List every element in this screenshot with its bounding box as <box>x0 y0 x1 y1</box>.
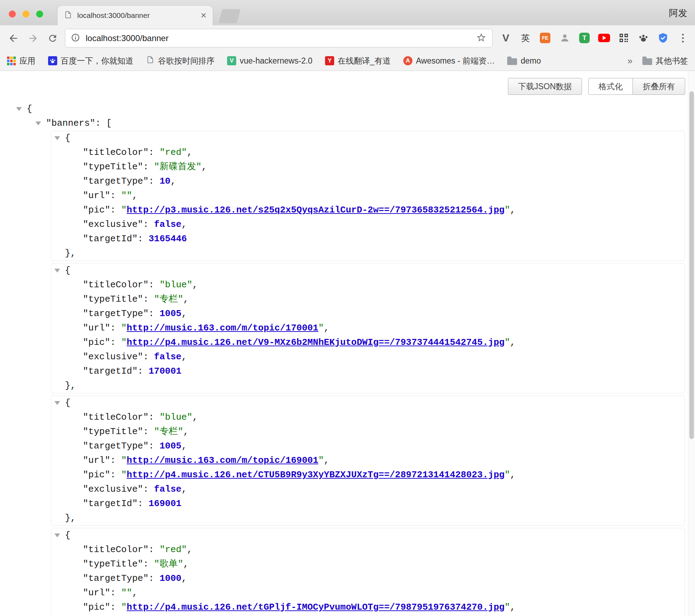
zoom-window-button[interactable] <box>36 11 43 18</box>
json-punctuation: , <box>171 176 176 186</box>
collapse-triangle-icon[interactable] <box>54 401 60 405</box>
collapse-triangle-icon[interactable] <box>54 533 60 537</box>
qrcode-extension-icon[interactable] <box>618 32 630 44</box>
json-punctuation: : <box>148 176 159 186</box>
json-line: "typeTitle": "歌单", <box>51 557 684 571</box>
youtube-extension-icon[interactable] <box>598 32 610 44</box>
json-punctuation: , <box>181 308 187 319</box>
collapse-triangle-icon[interactable] <box>54 269 60 273</box>
minimize-window-button[interactable] <box>22 11 29 18</box>
json-punctuation: : <box>148 441 159 451</box>
json-punctuation: : [ <box>95 118 112 129</box>
json-punctuation: , <box>183 426 189 437</box>
collapse-triangle-icon[interactable] <box>16 107 22 111</box>
json-string-value: "歌单" <box>154 559 183 569</box>
other-bookmarks-folder[interactable]: 其他书签 <box>642 55 688 66</box>
json-punctuation: : <box>148 147 159 158</box>
forward-button[interactable] <box>27 32 39 45</box>
json-punctuation: , <box>132 588 138 598</box>
paw-extension-icon[interactable] <box>637 32 649 44</box>
json-punctuation: : <box>110 323 121 333</box>
json-punctuation: { <box>65 265 71 276</box>
json-key: "typeTitle" <box>83 294 143 304</box>
download-json-button[interactable]: 下载JSON数据 <box>508 78 582 95</box>
chrome-menu-icon[interactable] <box>677 32 689 44</box>
json-punctuation: }, <box>65 248 76 258</box>
page-content: 下载JSON数据 格式化 折叠所有 {"banners": [{"titleCo… <box>0 71 695 616</box>
bookmark-item-baidu[interactable]: 百度一下，你就知道 <box>48 55 133 66</box>
json-punctuation: : <box>110 602 121 612</box>
json-string-value: " <box>504 337 510 348</box>
bookmark-item-youdao[interactable]: Y 在线翻译_有道 <box>325 55 391 66</box>
json-line: "targetType": 1000, <box>51 571 684 586</box>
json-key: "pic" <box>83 470 110 480</box>
collapse-triangle-icon[interactable] <box>54 136 60 140</box>
bookmarks-overflow-chevron-icon[interactable]: » <box>628 55 633 66</box>
json-line: "targetId": 169001 <box>51 497 684 511</box>
profile-name: 阿发 <box>669 7 687 19</box>
new-tab-button[interactable] <box>218 9 240 23</box>
json-link-value[interactable]: http://p4.music.126.net/tGPljf-IMOCyPvum… <box>127 602 505 612</box>
browser-tab[interactable]: localhost:3000/banner × <box>58 6 213 25</box>
bookmark-label: 谷歌按时间排序 <box>158 55 214 66</box>
json-link-value[interactable]: http://music.163.com/m/topic/169001 <box>127 455 318 466</box>
json-line: "url": "http://music.163.com/m/topic/169… <box>51 453 684 468</box>
collapse-all-button[interactable]: 折叠所有 <box>633 78 685 95</box>
reload-button[interactable] <box>46 32 59 45</box>
json-line: "targetType": 10, <box>51 174 684 189</box>
json-line: "url": "http://music.163.com/m/topic/170… <box>51 321 684 335</box>
json-line: { <box>51 263 684 278</box>
json-punctuation: : <box>110 337 121 348</box>
json-line: "titleColor": "red", <box>51 543 684 557</box>
json-punctuation: : <box>143 162 154 172</box>
json-punctuation: : <box>110 205 121 215</box>
json-line: "url": "", <box>51 586 684 600</box>
json-link-value[interactable]: http://p3.music.126.net/s25q2x5QyqsAzilC… <box>127 205 505 215</box>
json-link-value[interactable]: http://p4.music.126.net/CTU5B9R9y3XyYBZX… <box>127 470 505 480</box>
green-shield-extension-icon[interactable]: T <box>578 32 590 44</box>
format-button[interactable]: 格式化 <box>588 78 633 95</box>
json-key: "banners" <box>46 118 95 129</box>
v-extension-icon[interactable]: V <box>500 32 512 44</box>
json-number-value: 1000 <box>159 573 181 584</box>
json-punctuation: : <box>148 573 159 584</box>
blue-shield-extension-icon[interactable] <box>657 32 669 44</box>
address-bar[interactable]: localhost:3000/banner <box>65 29 492 47</box>
json-boolean-value: false <box>154 352 181 362</box>
json-punctuation: , <box>181 219 187 230</box>
json-punctuation: , <box>510 470 516 480</box>
bookmarks-bar: 应用 百度一下，你就知道 谷歌按时间排序 V vue-hackernews-2.… <box>0 51 695 71</box>
scrollbar-track[interactable] <box>688 71 695 616</box>
site-info-icon[interactable] <box>71 33 80 44</box>
bookmark-item-google-sort[interactable]: 谷歌按时间排序 <box>146 55 214 66</box>
json-link-value[interactable]: http://music.163.com/m/topic/170001 <box>127 323 318 333</box>
json-key: "targetType" <box>83 441 148 451</box>
bookmark-item-apps[interactable]: 应用 <box>7 55 35 66</box>
bookmark-star-icon[interactable] <box>476 32 486 44</box>
close-window-button[interactable] <box>9 11 16 18</box>
json-line: { <box>51 528 684 543</box>
json-key: "titleColor" <box>83 544 148 555</box>
json-line: "titleColor": "blue", <box>51 278 684 292</box>
json-key: "url" <box>83 323 110 333</box>
translate-extension-icon[interactable]: 英 <box>519 32 531 44</box>
fehelper-extension-icon[interactable]: FE <box>539 32 551 44</box>
extensions-row: V 英 FE T <box>500 31 689 45</box>
collapse-triangle-icon[interactable] <box>35 122 41 125</box>
person-extension-icon[interactable] <box>559 32 571 44</box>
bookmark-item-demo[interactable]: demo <box>507 56 541 66</box>
awesomes-icon: A <box>403 56 412 65</box>
json-link-value[interactable]: http://p4.music.126.net/V9-MXz6b2MNhEKju… <box>127 337 505 348</box>
json-viewer-actions: 下载JSON数据 格式化 折叠所有 <box>508 78 685 95</box>
scrollbar-thumb[interactable] <box>689 91 694 439</box>
bookmark-item-vue-hackernews[interactable]: V vue-hackernews-2.0 <box>227 56 312 66</box>
json-punctuation: , <box>187 147 192 158</box>
back-button[interactable] <box>7 32 20 45</box>
tab-close-icon[interactable]: × <box>201 11 206 20</box>
json-punctuation: , <box>183 559 189 569</box>
json-punctuation: , <box>510 602 516 612</box>
json-punctuation: , <box>192 280 198 290</box>
bookmark-item-awesomes[interactable]: A Awesomes - 前端资… <box>403 55 495 66</box>
vue-icon: V <box>227 56 236 65</box>
bookmark-label: 应用 <box>19 55 35 66</box>
